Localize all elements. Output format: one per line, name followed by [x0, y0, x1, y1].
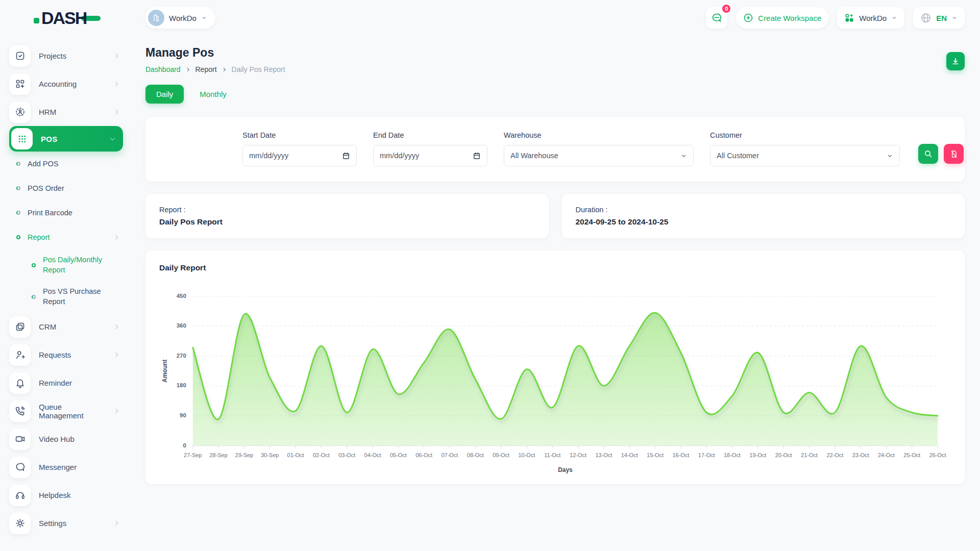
- svg-text:19-Oct: 19-Oct: [749, 452, 766, 458]
- report-summary-card: Report : Daily Pos Report: [145, 194, 549, 238]
- main-content: Manage Pos Dashboard Report Daily Pos Re…: [130, 36, 980, 551]
- sidebar-item-accounting[interactable]: Accounting: [9, 70, 130, 98]
- calendar-icon[interactable]: [342, 152, 350, 160]
- svg-text:12-Oct: 12-Oct: [570, 452, 586, 458]
- chevron-right-icon: [113, 234, 120, 241]
- search-button[interactable]: [918, 144, 938, 164]
- sidebar-item-settings[interactable]: Settings: [9, 509, 130, 537]
- tab-daily[interactable]: Daily: [145, 85, 184, 104]
- sidebar-item-reminder[interactable]: Reminder: [9, 369, 130, 397]
- chevron-down-icon: [109, 136, 116, 142]
- breadcrumb-separator-icon: [185, 67, 191, 72]
- sidebar-item-label: Queue Management: [39, 403, 105, 420]
- workspace-selector[interactable]: WorkDo: [145, 7, 215, 29]
- sidebar-item-label: Settings: [39, 519, 66, 528]
- chevron-right-icon: [113, 53, 120, 59]
- bullet-icon: [16, 162, 20, 166]
- start-date-input[interactable]: mm/dd/yyyy: [242, 145, 357, 166]
- sidebar-item-label: Messenger: [39, 463, 77, 471]
- sidebar-item-queue-management[interactable]: Queue Management: [9, 397, 130, 425]
- top-header: DASH WorkDo 0 Create Workspace WorkDo: [0, 0, 980, 36]
- sidebar-item-projects[interactable]: Projects: [9, 42, 130, 70]
- chevron-down-icon: [680, 153, 687, 159]
- chevron-right-icon: [113, 520, 120, 527]
- area-chart-svg: 09018027036045027-Sep28-Sep29-Sep30-Sep0…: [159, 282, 951, 482]
- sidebar-item-crm[interactable]: CRM: [9, 313, 130, 341]
- svg-text:08-Oct: 08-Oct: [467, 452, 484, 458]
- sidebar-item-pos[interactable]: POS: [9, 126, 123, 152]
- sidebar-menu: ProjectsAccountingHRMPOSAdd POSPOS Order…: [9, 42, 130, 537]
- bullet-icon: [32, 295, 36, 299]
- svg-text:14-Oct: 14-Oct: [621, 452, 638, 458]
- sidebar-item-pos-order[interactable]: POS Order: [9, 176, 130, 201]
- calendar-icon[interactable]: [473, 152, 481, 160]
- sidebar-item-pos-daily-monthly-report[interactable]: Pos Daily/Monthly Report: [9, 249, 130, 281]
- sidebar-item-video-hub[interactable]: Video Hub: [9, 425, 130, 453]
- breadcrumb-dashboard[interactable]: Dashboard: [145, 65, 181, 73]
- logo[interactable]: DASH: [0, 9, 130, 27]
- building-icon: [152, 14, 160, 22]
- chat-bubble-icon: [711, 12, 722, 23]
- chevron-down-icon: [201, 15, 207, 21]
- chevron-right-icon: [113, 81, 120, 87]
- language-selector[interactable]: EN: [913, 7, 965, 29]
- header-actions: 0 Create Workspace WorkDo EN: [706, 7, 965, 29]
- svg-text:03-Oct: 03-Oct: [338, 452, 355, 458]
- sidebar-item-label: Print Barcode: [28, 209, 72, 217]
- sidebar-item-report[interactable]: Report: [9, 225, 130, 249]
- svg-text:180: 180: [177, 382, 186, 388]
- duration-label: Duration :: [576, 206, 951, 214]
- sidebar-item-label: Accounting: [39, 80, 77, 88]
- warehouse-select[interactable]: All Warehouse: [504, 145, 694, 166]
- sidebar-item-label: Pos VS Purchase Report: [43, 287, 120, 307]
- account-menu[interactable]: WorkDo: [837, 7, 904, 29]
- duration-value: 2024-09-25 to 2024-10-25: [576, 217, 951, 227]
- svg-text:16-Oct: 16-Oct: [672, 452, 689, 458]
- download-button[interactable]: [946, 52, 965, 70]
- svg-text:05-Oct: 05-Oct: [390, 452, 407, 458]
- sidebar-item-label: POS: [41, 135, 58, 143]
- download-icon: [951, 57, 960, 66]
- create-workspace-button[interactable]: Create Workspace: [736, 7, 828, 29]
- breadcrumb-separator-icon: [222, 67, 227, 72]
- logo-text: DASH: [41, 9, 86, 27]
- svg-text:07-Oct: 07-Oct: [442, 452, 458, 458]
- sidebar-item-hrm[interactable]: HRM: [9, 98, 130, 126]
- language-label: EN: [936, 14, 947, 22]
- crm-icon: [9, 316, 31, 338]
- queue-icon: [9, 400, 31, 422]
- customer-select[interactable]: All Customer: [710, 145, 900, 166]
- svg-text:27-Sep: 27-Sep: [184, 452, 202, 458]
- svg-text:10-Oct: 10-Oct: [519, 452, 535, 458]
- grid-icon: [844, 13, 854, 23]
- chevron-right-icon: [113, 352, 120, 358]
- svg-text:06-Oct: 06-Oct: [415, 452, 432, 458]
- filter-card: Start Date mm/dd/yyyy End Date mm/dd/yyy…: [145, 117, 965, 182]
- svg-text:360: 360: [177, 322, 186, 329]
- report-tabs: Daily Monthly: [145, 85, 965, 104]
- sidebar-item-print-barcode[interactable]: Print Barcode: [9, 201, 130, 225]
- sidebar-item-requests[interactable]: Requests: [9, 341, 130, 369]
- svg-text:Amount: Amount: [161, 359, 168, 382]
- sidebar-item-label: HRM: [39, 108, 56, 116]
- svg-text:17-Oct: 17-Oct: [698, 452, 715, 458]
- tab-monthly[interactable]: Monthly: [189, 85, 237, 104]
- sidebar-item-label: Report: [28, 233, 50, 241]
- messenger-icon: [9, 457, 31, 478]
- summary-row: Report : Daily Pos Report Duration : 202…: [145, 194, 965, 238]
- end-date-input[interactable]: mm/dd/yyyy: [373, 145, 487, 166]
- svg-text:0: 0: [183, 442, 186, 448]
- breadcrumb-report[interactable]: Report: [195, 65, 217, 73]
- reset-button[interactable]: [944, 144, 964, 164]
- sidebar-item-messenger[interactable]: Messenger: [9, 453, 130, 481]
- search-icon: [924, 149, 933, 158]
- sidebar-item-helpdesk[interactable]: Helpdesk: [9, 481, 130, 509]
- sidebar-item-pos-vs-purchase-report[interactable]: Pos VS Purchase Report: [9, 281, 130, 313]
- messages-button[interactable]: 0: [706, 7, 727, 29]
- daily-report-card: Daily Report 09018027036045027-Sep28-Sep…: [145, 251, 965, 484]
- svg-text:20-Oct: 20-Oct: [775, 452, 792, 458]
- create-workspace-label: Create Workspace: [758, 14, 821, 22]
- account-label: WorkDo: [859, 14, 887, 22]
- video-icon: [9, 429, 31, 450]
- sidebar-item-add-pos[interactable]: Add POS: [9, 152, 130, 176]
